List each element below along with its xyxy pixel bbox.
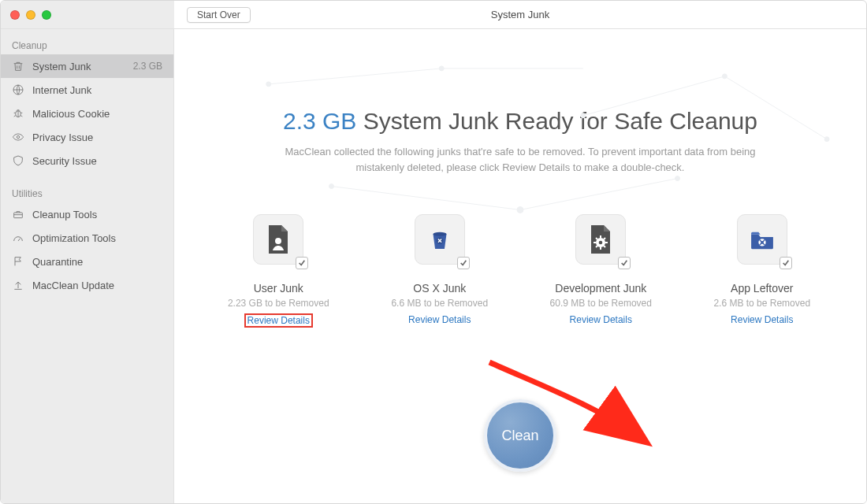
card-title: User Junk — [211, 282, 345, 295]
globe-icon — [12, 83, 24, 96]
sidebar: Cleanup System Junk 2.3 GB Internet Junk… — [1, 29, 174, 503]
sidebar-item-quarantine[interactable]: Quarantine — [1, 250, 173, 273]
sidebar-item-badge: 2.3 GB — [133, 61, 162, 72]
sidebar-item-label: System Junk — [32, 61, 125, 72]
card-sub: 60.9 MB to be Removed — [534, 298, 668, 309]
titlebar: Start Over System Junk — [1, 1, 866, 29]
card-checkbox[interactable] — [780, 257, 792, 269]
sidebar-item-optimization-tools[interactable]: Optimization Tools — [1, 226, 173, 250]
sidebar-item-privacy-issue[interactable]: Privacy Issue — [1, 125, 173, 149]
svg-line-9 — [520, 179, 678, 210]
sidebar-item-label: Cleanup Tools — [32, 209, 162, 220]
svg-point-13 — [722, 74, 727, 79]
eye-icon — [12, 131, 24, 143]
headline-size: 2.3 GB — [283, 108, 356, 134]
svg-line-28 — [604, 246, 605, 247]
svg-point-15 — [329, 184, 334, 189]
toolbox-icon — [12, 208, 24, 220]
svg-point-17 — [675, 176, 680, 181]
card-checkbox[interactable] — [618, 257, 631, 269]
svg-point-18 — [275, 238, 281, 244]
svg-line-4 — [269, 69, 441, 84]
sidebar-section-cleanup-label: Cleanup — [1, 35, 173, 54]
card-sub: 2.23 GB to be Removed — [211, 298, 345, 309]
card-title: OS X Junk — [373, 282, 507, 295]
sidebar-item-system-junk[interactable]: System Junk 2.3 GB — [1, 54, 173, 78]
gauge-icon — [12, 232, 24, 244]
svg-point-19 — [433, 232, 446, 236]
minimize-window-button[interactable] — [26, 10, 35, 20]
svg-point-10 — [266, 82, 271, 87]
review-details-link-development-junk[interactable]: Review Details — [567, 313, 634, 326]
sidebar-item-label: Internet Junk — [32, 84, 162, 96]
svg-point-34 — [761, 241, 764, 244]
bug-icon — [12, 107, 24, 120]
main-content: 2.3 GB System Junk Ready for Safe Cleanu… — [174, 29, 866, 503]
svg-rect-3 — [14, 213, 23, 218]
sidebar-item-label: Privacy Issue — [32, 132, 162, 143]
sidebar-item-macclean-update[interactable]: MacClean Update — [1, 273, 173, 297]
sidebar-item-security-issue[interactable]: Security Issue — [1, 149, 173, 172]
review-details-link-app-leftover[interactable]: Review Details — [728, 313, 795, 326]
svg-line-27 — [596, 238, 597, 239]
svg-line-30 — [596, 246, 597, 247]
traffic-lights — [1, 1, 174, 28]
card-icon-wrap — [415, 214, 465, 265]
window-body: Cleanup System Junk 2.3 GB Internet Junk… — [1, 29, 866, 503]
upload-icon — [12, 279, 24, 291]
svg-point-22 — [599, 241, 603, 245]
svg-point-2 — [17, 135, 19, 138]
sidebar-item-label: MacClean Update — [32, 280, 162, 291]
headline-text: System Junk Ready for Safe Cleanup — [356, 108, 757, 134]
svg-line-29 — [604, 238, 605, 239]
card-icon-wrap — [575, 214, 626, 265]
card-app-leftover: App Leftover 2.6 MB to be Removed Review… — [695, 214, 829, 328]
review-details-link-osx-junk[interactable]: Review Details — [406, 313, 473, 326]
card-user-junk: User Junk 2.23 GB to be Removed Review D… — [211, 214, 345, 328]
svg-line-8 — [332, 187, 520, 210]
card-icon-wrap — [737, 214, 787, 265]
shield-icon — [12, 154, 24, 167]
review-details-link-user-junk[interactable]: Review Details — [244, 313, 313, 328]
sidebar-item-cleanup-tools[interactable]: Cleanup Tools — [1, 202, 173, 226]
card-icon-wrap — [253, 214, 303, 265]
card-title: Development Junk — [534, 282, 668, 295]
sidebar-section-utilities-label: Utilities — [1, 183, 173, 202]
sidebar-item-label: Malicious Cookie — [32, 108, 162, 120]
app-window: Start Over System Junk Cleanup System Ju… — [0, 0, 867, 504]
category-cards: User Junk 2.23 GB to be Removed Review D… — [198, 214, 843, 328]
trash-icon — [12, 60, 24, 72]
card-checkbox[interactable] — [457, 257, 470, 269]
sidebar-item-internet-junk[interactable]: Internet Junk — [1, 78, 173, 102]
titlebar-right: Start Over System Junk — [174, 1, 866, 28]
sidebar-item-malicious-cookie[interactable]: Malicious Cookie — [1, 102, 173, 125]
card-osx-junk: OS X Junk 6.6 MB to be Removed Review De… — [373, 214, 507, 328]
subheadline: MacClean collected the following junks t… — [276, 144, 765, 175]
card-checkbox[interactable] — [296, 257, 308, 269]
window-title: System Junk — [174, 9, 866, 20]
clean-button[interactable]: Clean — [484, 399, 556, 472]
card-sub: 6.6 MB to be Removed — [373, 298, 507, 309]
svg-point-16 — [517, 206, 523, 213]
card-title: App Leftover — [695, 282, 829, 295]
close-window-button[interactable] — [10, 10, 20, 20]
sidebar-item-label: Security Issue — [32, 155, 162, 167]
sidebar-item-label: Quarantine — [32, 256, 162, 268]
start-over-button[interactable]: Start Over — [187, 7, 251, 23]
card-sub: 2.6 MB to be Removed — [695, 298, 829, 309]
sidebar-item-label: Optimization Tools — [32, 232, 162, 244]
svg-point-11 — [439, 66, 444, 71]
flag-icon — [12, 255, 24, 268]
zoom-window-button[interactable] — [42, 10, 51, 20]
card-development-junk: Development Junk 60.9 MB to be Removed R… — [534, 214, 668, 328]
headline: 2.3 GB System Junk Ready for Safe Cleanu… — [174, 108, 866, 135]
svg-point-14 — [824, 137, 829, 142]
